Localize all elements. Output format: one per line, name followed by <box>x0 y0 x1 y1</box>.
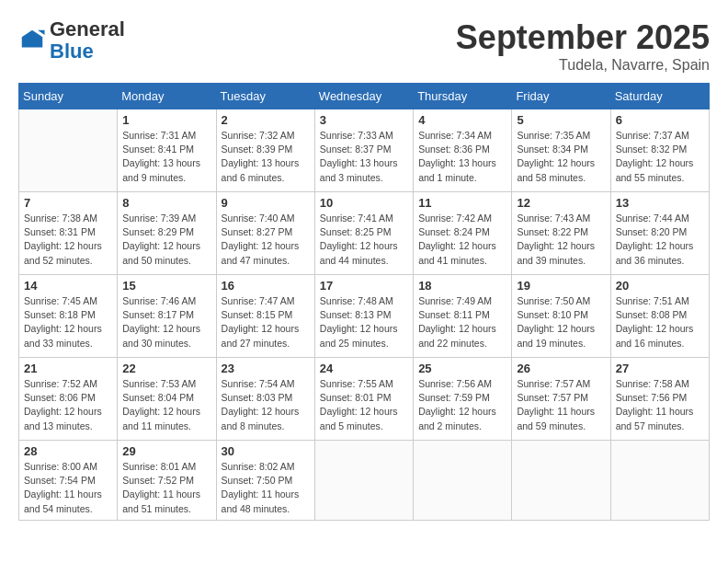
calendar-cell: 7Sunrise: 7:38 AMSunset: 8:31 PMDaylight… <box>19 192 118 275</box>
day-info: Sunrise: 7:49 AMSunset: 8:11 PMDaylight:… <box>418 294 506 350</box>
day-number: 16 <box>222 279 310 293</box>
header-day-monday: Monday <box>118 84 216 109</box>
calendar-header: SundayMondayTuesdayWednesdayThursdayFrid… <box>19 84 710 109</box>
calendar-cell: 15Sunrise: 7:46 AMSunset: 8:17 PMDayligh… <box>118 275 216 358</box>
day-info: Sunrise: 7:47 AMSunset: 8:15 PMDaylight:… <box>222 294 310 350</box>
day-info: Sunrise: 7:52 AMSunset: 8:06 PMDaylight:… <box>24 377 112 433</box>
day-info: Sunrise: 7:46 AMSunset: 8:17 PMDaylight:… <box>122 294 210 350</box>
day-info: Sunrise: 7:55 AMSunset: 8:01 PMDaylight:… <box>320 377 408 433</box>
calendar-cell <box>314 441 413 521</box>
day-info: Sunrise: 7:42 AMSunset: 8:24 PMDaylight:… <box>418 212 506 268</box>
calendar-cell: 25Sunrise: 7:56 AMSunset: 7:59 PMDayligh… <box>414 358 512 441</box>
day-number: 12 <box>517 196 605 210</box>
header-day-wednesday: Wednesday <box>314 84 413 109</box>
day-info: Sunrise: 7:51 AMSunset: 8:08 PMDaylight:… <box>616 294 704 350</box>
calendar-table: SundayMondayTuesdayWednesdayThursdayFrid… <box>18 83 710 521</box>
day-number: 27 <box>616 362 704 375</box>
day-number: 19 <box>517 279 605 293</box>
day-info: Sunrise: 7:33 AMSunset: 8:37 PMDaylight:… <box>320 129 408 185</box>
svg-marker-0 <box>22 30 43 48</box>
day-number: 11 <box>418 196 506 210</box>
month-title: September 2025 <box>456 18 710 57</box>
day-info: Sunrise: 7:57 AMSunset: 7:57 PMDaylight:… <box>517 377 605 433</box>
day-info: Sunrise: 7:37 AMSunset: 8:32 PMDaylight:… <box>616 129 704 185</box>
calendar-cell: 27Sunrise: 7:58 AMSunset: 7:56 PMDayligh… <box>610 358 709 441</box>
day-info: Sunrise: 7:45 AMSunset: 8:18 PMDaylight:… <box>24 294 112 350</box>
day-number: 13 <box>616 196 704 210</box>
day-number: 24 <box>320 362 408 375</box>
calendar-cell: 23Sunrise: 7:54 AMSunset: 8:03 PMDayligh… <box>216 358 314 441</box>
day-info: Sunrise: 8:01 AMSunset: 7:52 PMDaylight:… <box>122 460 210 516</box>
calendar-cell <box>414 441 512 521</box>
svg-marker-1 <box>38 30 45 35</box>
day-info: Sunrise: 7:38 AMSunset: 8:31 PMDaylight:… <box>24 212 112 268</box>
header-row: SundayMondayTuesdayWednesdayThursdayFrid… <box>19 84 710 109</box>
day-info: Sunrise: 7:32 AMSunset: 8:39 PMDaylight:… <box>222 129 310 185</box>
day-number: 6 <box>616 113 704 127</box>
calendar-cell: 9Sunrise: 7:40 AMSunset: 8:27 PMDaylight… <box>216 192 314 275</box>
header-day-tuesday: Tuesday <box>216 84 314 109</box>
header-day-sunday: Sunday <box>19 84 118 109</box>
day-number: 9 <box>222 196 310 210</box>
day-number: 21 <box>24 362 112 375</box>
day-info: Sunrise: 7:53 AMSunset: 8:04 PMDaylight:… <box>122 377 210 433</box>
calendar-cell <box>19 109 118 192</box>
day-number: 5 <box>517 113 605 127</box>
logo-blue-text: Blue <box>50 40 94 63</box>
day-number: 2 <box>222 113 310 127</box>
calendar-cell: 11Sunrise: 7:42 AMSunset: 8:24 PMDayligh… <box>414 192 512 275</box>
day-number: 8 <box>122 196 210 210</box>
day-number: 15 <box>122 279 210 293</box>
calendar-cell <box>610 441 709 521</box>
calendar-week-4: 21Sunrise: 7:52 AMSunset: 8:06 PMDayligh… <box>19 358 710 441</box>
calendar-cell: 13Sunrise: 7:44 AMSunset: 8:20 PMDayligh… <box>610 192 709 275</box>
day-info: Sunrise: 7:56 AMSunset: 7:59 PMDaylight:… <box>418 377 506 433</box>
calendar-cell <box>512 441 610 521</box>
day-number: 17 <box>320 279 408 293</box>
day-info: Sunrise: 7:58 AMSunset: 7:56 PMDaylight:… <box>616 377 704 433</box>
day-number: 22 <box>122 362 210 375</box>
calendar-cell: 22Sunrise: 7:53 AMSunset: 8:04 PMDayligh… <box>118 358 216 441</box>
day-info: Sunrise: 7:31 AMSunset: 8:41 PMDaylight:… <box>122 129 210 185</box>
calendar-week-2: 7Sunrise: 7:38 AMSunset: 8:31 PMDaylight… <box>19 192 710 275</box>
day-info: Sunrise: 7:41 AMSunset: 8:25 PMDaylight:… <box>320 212 408 268</box>
day-number: 3 <box>320 113 408 127</box>
calendar-cell: 21Sunrise: 7:52 AMSunset: 8:06 PMDayligh… <box>19 358 118 441</box>
calendar-cell: 30Sunrise: 8:02 AMSunset: 7:50 PMDayligh… <box>216 441 314 521</box>
day-info: Sunrise: 7:50 AMSunset: 8:10 PMDaylight:… <box>517 294 605 350</box>
day-number: 28 <box>24 444 112 458</box>
day-info: Sunrise: 7:34 AMSunset: 8:36 PMDaylight:… <box>418 129 506 185</box>
calendar-week-1: 1Sunrise: 7:31 AMSunset: 8:41 PMDaylight… <box>19 109 710 192</box>
calendar-cell: 2Sunrise: 7:32 AMSunset: 8:39 PMDaylight… <box>216 109 314 192</box>
day-info: Sunrise: 8:02 AMSunset: 7:50 PMDaylight:… <box>222 460 310 516</box>
calendar-cell: 24Sunrise: 7:55 AMSunset: 8:01 PMDayligh… <box>314 358 413 441</box>
logo-general-text: General <box>50 17 125 40</box>
day-number: 30 <box>222 444 310 458</box>
title-block: September 2025 Tudela, Navarre, Spain <box>456 18 710 74</box>
calendar-week-5: 28Sunrise: 8:00 AMSunset: 7:54 PMDayligh… <box>19 441 710 521</box>
day-info: Sunrise: 7:44 AMSunset: 8:20 PMDaylight:… <box>616 212 704 268</box>
calendar-cell: 8Sunrise: 7:39 AMSunset: 8:29 PMDaylight… <box>118 192 216 275</box>
day-info: Sunrise: 7:39 AMSunset: 8:29 PMDaylight:… <box>122 212 210 268</box>
logo-text: General Blue <box>50 18 125 63</box>
calendar-cell: 16Sunrise: 7:47 AMSunset: 8:15 PMDayligh… <box>216 275 314 358</box>
header-day-saturday: Saturday <box>610 84 709 109</box>
calendar-body: 1Sunrise: 7:31 AMSunset: 8:41 PMDaylight… <box>19 109 710 521</box>
day-number: 4 <box>418 113 506 127</box>
calendar-cell: 4Sunrise: 7:34 AMSunset: 8:36 PMDaylight… <box>414 109 512 192</box>
header-day-friday: Friday <box>512 84 610 109</box>
day-number: 7 <box>24 196 112 210</box>
day-info: Sunrise: 7:48 AMSunset: 8:13 PMDaylight:… <box>320 294 408 350</box>
day-info: Sunrise: 7:35 AMSunset: 8:34 PMDaylight:… <box>517 129 605 185</box>
day-info: Sunrise: 8:00 AMSunset: 7:54 PMDaylight:… <box>24 460 112 516</box>
calendar-cell: 1Sunrise: 7:31 AMSunset: 8:41 PMDaylight… <box>118 109 216 192</box>
day-number: 10 <box>320 196 408 210</box>
calendar-cell: 12Sunrise: 7:43 AMSunset: 8:22 PMDayligh… <box>512 192 610 275</box>
calendar-cell: 10Sunrise: 7:41 AMSunset: 8:25 PMDayligh… <box>314 192 413 275</box>
calendar-cell: 14Sunrise: 7:45 AMSunset: 8:18 PMDayligh… <box>19 275 118 358</box>
day-number: 29 <box>122 444 210 458</box>
calendar-cell: 5Sunrise: 7:35 AMSunset: 8:34 PMDaylight… <box>512 109 610 192</box>
day-number: 18 <box>418 279 506 293</box>
day-info: Sunrise: 7:40 AMSunset: 8:27 PMDaylight:… <box>222 212 310 268</box>
calendar-cell: 3Sunrise: 7:33 AMSunset: 8:37 PMDaylight… <box>314 109 413 192</box>
